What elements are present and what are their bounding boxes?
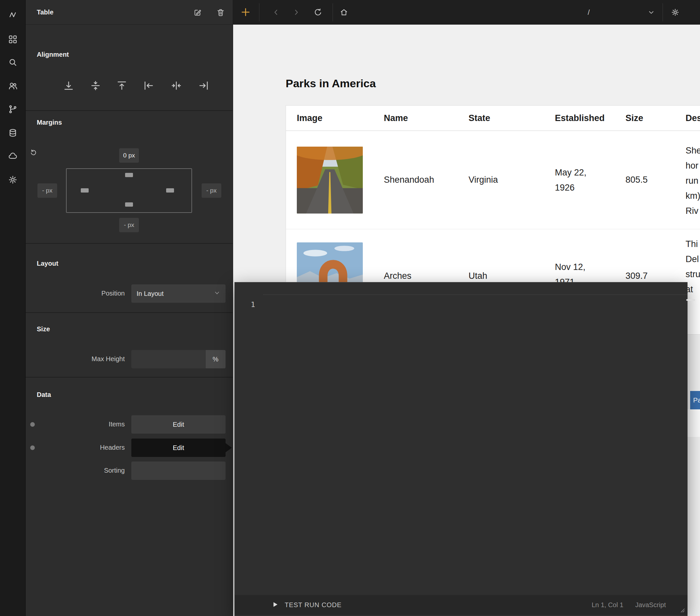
component-title: Table bbox=[37, 0, 53, 25]
margin-handle-top[interactable] bbox=[125, 173, 133, 177]
run-button-label: TEST RUN CODE bbox=[285, 601, 341, 609]
scrollbar-thumb[interactable] bbox=[686, 299, 695, 301]
search-icon[interactable] bbox=[5, 55, 20, 70]
cell-established: May 22, 1926 bbox=[555, 165, 586, 195]
col-header-established[interactable]: Established bbox=[555, 106, 605, 131]
col-header-image[interactable]: Image bbox=[297, 106, 322, 131]
position-dropdown[interactable]: In Layout bbox=[131, 284, 226, 303]
add-component-button[interactable] bbox=[238, 4, 253, 20]
refresh-icon[interactable] bbox=[310, 4, 326, 20]
layout-section-label: Layout bbox=[37, 260, 59, 267]
park-photo-shenandoah bbox=[297, 146, 363, 214]
margin-left-value[interactable]: - px bbox=[37, 183, 57, 198]
table-header-row: Image Name State Established Size Des bbox=[286, 106, 700, 131]
table-row[interactable]: Shenandoah Virginia May 22, 1926 805.5 S… bbox=[286, 131, 700, 229]
margin-top-value[interactable]: 0 px bbox=[119, 148, 139, 163]
items-edit-button[interactable]: Edit bbox=[131, 415, 226, 434]
alignment-section-label: Alignment bbox=[37, 51, 69, 59]
delete-component-icon[interactable] bbox=[214, 6, 227, 19]
col-header-description[interactable]: Des bbox=[686, 106, 700, 131]
debug-settings-icon[interactable] bbox=[667, 4, 683, 20]
users-icon[interactable] bbox=[5, 78, 20, 93]
play-icon bbox=[272, 601, 279, 609]
cloud-sync-icon[interactable] bbox=[5, 149, 20, 164]
app-window: Table Alignment Margin bbox=[0, 0, 700, 616]
app-logo-icon[interactable] bbox=[5, 7, 20, 22]
section-divider bbox=[26, 377, 233, 377]
code-editor-area[interactable] bbox=[263, 295, 688, 595]
language-label: JavaScript bbox=[635, 601, 666, 609]
headers-label: Headers bbox=[37, 444, 125, 451]
align-horizontal-center-button[interactable] bbox=[169, 78, 184, 93]
settings-gear-icon[interactable] bbox=[5, 172, 20, 187]
editor-footer: TEST RUN CODE Ln 1, Col 1 JavaScript bbox=[235, 595, 688, 615]
max-height-label: Max Height bbox=[37, 355, 125, 363]
chevron-down-icon[interactable] bbox=[643, 4, 659, 20]
home-icon[interactable] bbox=[336, 4, 352, 20]
cursor-position: Ln 1, Col 1 bbox=[592, 601, 624, 609]
edit-component-icon[interactable] bbox=[191, 6, 204, 19]
cell-description: She hor run km) Riv bbox=[686, 143, 700, 218]
align-right-button[interactable] bbox=[196, 78, 211, 93]
cell-name: Shenandoah bbox=[384, 174, 434, 185]
col-header-state[interactable]: State bbox=[468, 106, 490, 131]
cell-name: Arches bbox=[384, 270, 411, 282]
cell-description: Thi Del stru at bbox=[686, 236, 700, 297]
peek-panel-fragment bbox=[688, 409, 700, 437]
page-title: Parks in America bbox=[286, 77, 376, 90]
database-icon[interactable] bbox=[5, 125, 20, 140]
headers-edit-button[interactable]: Edit bbox=[131, 438, 226, 457]
canvas-toolbar: / bbox=[233, 0, 700, 25]
margin-handle-right[interactable] bbox=[166, 188, 174, 193]
section-divider bbox=[26, 110, 233, 111]
forward-icon[interactable] bbox=[288, 4, 304, 20]
margins-diagram bbox=[66, 168, 192, 213]
headers-binding-dot bbox=[30, 446, 35, 450]
git-branch-icon[interactable] bbox=[5, 102, 20, 117]
reset-margins-icon[interactable] bbox=[28, 147, 39, 158]
align-left-button[interactable] bbox=[141, 78, 156, 93]
chevron-down-icon bbox=[214, 290, 220, 298]
cell-size: 805.5 bbox=[625, 174, 648, 185]
margins-section-label: Margins bbox=[37, 119, 62, 126]
toolbar-divider bbox=[259, 3, 259, 21]
toolbar-divider bbox=[333, 3, 333, 21]
inspector-panel: Table Alignment Margin bbox=[26, 0, 233, 616]
cell-size: 309.7 bbox=[625, 270, 648, 282]
max-height-input[interactable] bbox=[131, 350, 205, 368]
apps-grid-icon[interactable] bbox=[5, 32, 20, 47]
items-label: Items bbox=[37, 421, 125, 428]
data-section-label: Data bbox=[37, 391, 51, 399]
position-value: In Layout bbox=[137, 290, 163, 297]
line-number: 1 bbox=[235, 300, 255, 309]
page-path[interactable]: / bbox=[588, 0, 590, 25]
peek-selected-item[interactable]: Pa bbox=[690, 391, 700, 409]
margin-handle-bottom[interactable] bbox=[125, 202, 133, 207]
code-editor-modal: 1 TEST RUN CODE Ln 1, Col 1 JavaScript bbox=[235, 282, 688, 616]
inspector-header: Table bbox=[26, 0, 233, 25]
items-binding-dot bbox=[30, 422, 35, 427]
resize-grip[interactable] bbox=[678, 606, 686, 615]
cell-state: Utah bbox=[468, 270, 487, 282]
section-divider bbox=[26, 312, 233, 313]
align-vertical-center-button[interactable] bbox=[88, 78, 103, 93]
align-bottom-button[interactable] bbox=[61, 78, 76, 93]
margin-right-value[interactable]: - px bbox=[202, 183, 221, 198]
sorting-button[interactable] bbox=[131, 462, 226, 480]
nav-rail bbox=[0, 0, 26, 616]
max-height-unit: % bbox=[205, 350, 226, 368]
align-top-button[interactable] bbox=[114, 78, 129, 93]
col-header-size[interactable]: Size bbox=[625, 106, 643, 131]
section-divider bbox=[26, 243, 233, 244]
margin-bottom-value[interactable]: - px bbox=[119, 218, 139, 232]
test-run-code-button[interactable]: TEST RUN CODE bbox=[272, 601, 341, 609]
toolbar-divider bbox=[663, 3, 663, 21]
col-header-name[interactable]: Name bbox=[384, 106, 408, 131]
margin-handle-left[interactable] bbox=[81, 188, 89, 193]
position-label: Position bbox=[37, 290, 125, 297]
sorting-label: Sorting bbox=[37, 467, 125, 474]
popover-caret bbox=[226, 443, 232, 452]
back-icon[interactable] bbox=[268, 4, 284, 20]
cell-state: Virginia bbox=[468, 174, 498, 185]
size-section-label: Size bbox=[37, 325, 50, 333]
